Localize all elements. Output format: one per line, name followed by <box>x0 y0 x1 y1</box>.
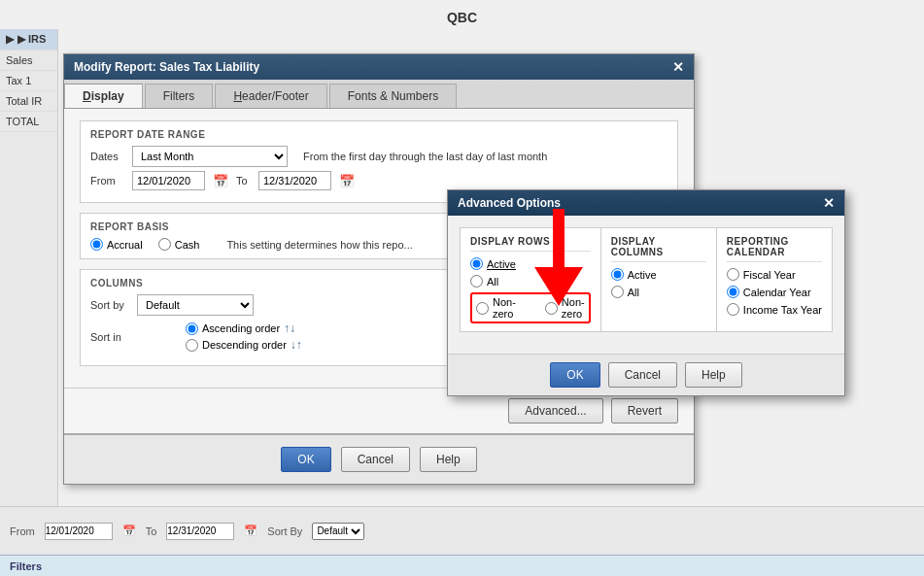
reporting-calendar-col: REPORTING CALENDAR Fiscal Year Calendar … <box>717 228 832 331</box>
descending-label[interactable]: Descending order ↓↑ <box>186 338 302 352</box>
to-calendar-icon[interactable]: 📅 <box>339 174 355 188</box>
dialog-footer-main: OK Cancel Help <box>64 433 694 484</box>
advanced-dialog-title: Advanced Options <box>458 196 561 210</box>
advanced-columns-grid: DISPLAY ROWS Active All Non-zero <box>460 227 833 332</box>
descending-icon[interactable]: ↓↑ <box>291 338 302 352</box>
tabs-bar: Display Filters Header/Footer Fonts & Nu… <box>64 80 694 109</box>
fiscal-year-radio[interactable] <box>727 268 739 281</box>
display-cols-all: All <box>611 286 706 298</box>
sidebar-item-sales[interactable]: Sales <box>0 51 57 71</box>
accrual-radio[interactable] <box>90 238 103 251</box>
display-rows-all: All <box>470 275 591 288</box>
bottom-cal-icon2[interactable]: 📅 <box>244 525 257 537</box>
sort-in-label: Sort in <box>90 331 129 343</box>
filters-label: Filters <box>10 560 42 572</box>
display-cols-col: DISPLAY COLUMNS Active All <box>601 228 717 331</box>
sidebar: ▶ ▶ IRS Sales Tax 1 Total IR TOTAL <box>0 29 58 573</box>
modify-dialog-titlebar: Modify Report: Sales Tax Liability ✕ <box>64 54 694 80</box>
filters-bar: Filters <box>0 555 924 576</box>
date-range-header: REPORT DATE RANGE <box>90 129 667 140</box>
display-cols-all-radio[interactable] <box>611 286 624 298</box>
tab-display[interactable]: Display <box>64 84 143 108</box>
sort-in-options: Ascending order ↑↓ Descending order ↓↑ <box>186 322 302 352</box>
advanced-cancel-button[interactable]: Cancel <box>608 362 677 388</box>
nonzero-highlight-box: Non-zero Non-zero <box>470 292 591 323</box>
fiscal-year-row: Fiscal Year <box>727 268 822 281</box>
sidebar-item-tax1[interactable]: Tax 1 <box>0 71 57 91</box>
dates-row: Dates Last Month From the first day thro… <box>90 146 667 167</box>
sort-by-label: Sort by <box>90 299 129 311</box>
advanced-dialog-content: DISPLAY ROWS Active All Non-zero <box>448 216 844 354</box>
basis-info-text: This setting determines how this repo... <box>226 239 412 251</box>
ascending-icon[interactable]: ↑↓ <box>284 322 295 335</box>
bottom-sortby-select[interactable]: Default <box>312 523 364 540</box>
reporting-calendar-header: REPORTING CALENDAR <box>727 236 822 262</box>
ascending-radio[interactable] <box>186 322 198 335</box>
revert-button[interactable]: Revert <box>611 398 678 424</box>
dates-select[interactable]: Last Month <box>132 146 288 167</box>
bottom-from-label: From <box>10 525 35 537</box>
ok-button[interactable]: OK <box>281 447 330 472</box>
bottom-from-input[interactable] <box>45 523 113 540</box>
income-tax-year-row: Income Tax Year <box>727 303 822 316</box>
bottom-to-label: To <box>146 525 157 537</box>
display-rows-nonzero-radio[interactable] <box>476 302 489 315</box>
advanced-options-dialog: Advanced Options ✕ DISPLAY ROWS Active A… <box>447 189 845 396</box>
display-cols-nonzero-radio[interactable] <box>545 302 558 315</box>
advanced-button[interactable]: Advanced... <box>508 398 602 424</box>
modify-dialog-title: Modify Report: Sales Tax Liability <box>74 60 259 74</box>
cancel-button[interactable]: Cancel <box>341 447 410 472</box>
advanced-dialog-close-button[interactable]: ✕ <box>823 195 835 211</box>
date-info-text: From the first day through the last day … <box>303 151 547 162</box>
display-cols-active: Active <box>611 268 706 281</box>
display-rows-active-radio[interactable] <box>470 257 483 270</box>
bottom-sortby-label: Sort By <box>267 525 302 537</box>
cash-radio[interactable] <box>158 238 171 251</box>
display-rows-header: DISPLAY ROWS <box>470 236 591 252</box>
bottom-bar: From 📅 To 📅 Sort By Default <box>0 506 924 555</box>
display-rows-active: Active <box>470 257 591 270</box>
sidebar-item-totalir[interactable]: Total IR <box>0 91 57 112</box>
tab-filters[interactable]: Filters <box>145 84 214 108</box>
dates-label: Dates <box>90 151 124 162</box>
chevron-icon: ▶ <box>6 33 14 46</box>
from-label: From <box>90 175 124 186</box>
from-to-row: From 📅 To 📅 <box>90 171 667 190</box>
calendar-year-radio[interactable] <box>727 286 739 298</box>
help-button[interactable]: Help <box>420 447 477 472</box>
sidebar-item-irs[interactable]: ▶ ▶ IRS <box>0 29 57 51</box>
ascending-label[interactable]: Ascending order ↑↓ <box>186 322 302 335</box>
to-label: To <box>236 175 251 186</box>
cash-label[interactable]: Cash <box>158 238 200 251</box>
sidebar-item-total[interactable]: TOTAL <box>0 112 57 132</box>
calendar-year-row: Calendar Year <box>727 286 822 298</box>
display-cols-nonzero: Non-zero <box>545 296 585 320</box>
bottom-to-input[interactable] <box>166 523 234 540</box>
income-tax-year-radio[interactable] <box>727 303 739 316</box>
advanced-dialog-titlebar: Advanced Options ✕ <box>448 190 844 216</box>
display-rows-col: DISPLAY ROWS Active All Non-zero <box>461 228 601 331</box>
app-title: QBC <box>0 0 924 35</box>
display-rows-all-radio[interactable] <box>470 275 483 288</box>
to-date-input[interactable] <box>258 171 331 190</box>
tab-headerfooter[interactable]: Header/Footer <box>215 84 326 108</box>
advanced-dialog-footer: OK Cancel Help <box>448 354 844 395</box>
accrual-label[interactable]: Accrual <box>90 238 143 251</box>
advanced-ok-button[interactable]: OK <box>550 362 599 388</box>
modify-dialog-close-button[interactable]: ✕ <box>672 59 684 75</box>
display-cols-active-radio[interactable] <box>611 268 624 281</box>
descending-radio[interactable] <box>186 339 198 352</box>
display-cols-header: DISPLAY COLUMNS <box>611 236 706 262</box>
tab-fontsnumbers[interactable]: Fonts & Numbers <box>329 84 457 108</box>
advanced-help-button[interactable]: Help <box>685 362 742 388</box>
bottom-cal-icon1[interactable]: 📅 <box>122 525 136 537</box>
from-calendar-icon[interactable]: 📅 <box>213 174 228 188</box>
sort-by-select[interactable]: Default <box>137 294 254 316</box>
display-rows-nonzero: Non-zero <box>476 296 516 320</box>
from-date-input[interactable] <box>132 171 205 190</box>
